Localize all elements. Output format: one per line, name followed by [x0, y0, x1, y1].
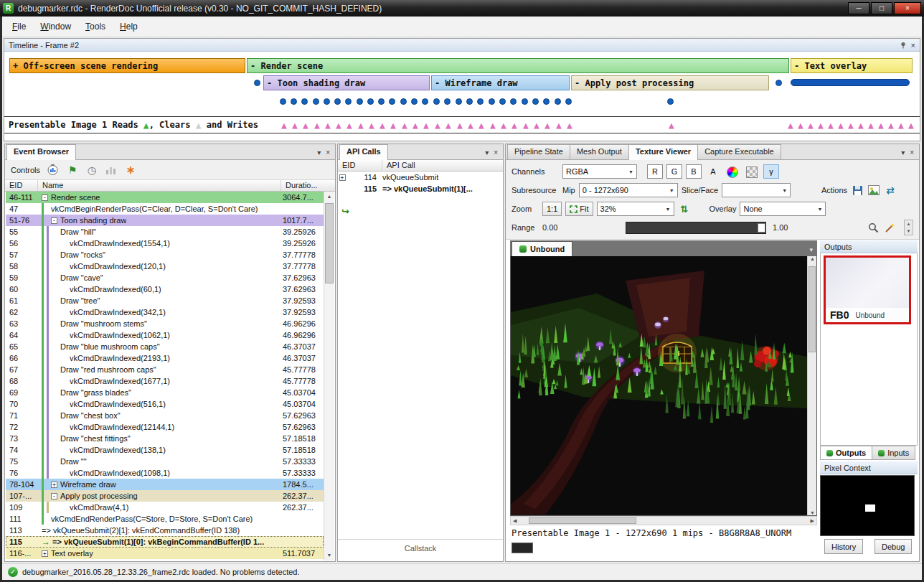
draw-dot[interactable] [411, 98, 418, 105]
texture-image[interactable] [511, 256, 807, 515]
event-row[interactable]: 67Draw "red mushroom caps"45.77778 [6, 364, 324, 375]
draw-dot[interactable] [543, 98, 550, 105]
event-row[interactable]: 58vkCmdDrawIndexed(120,1)37.77778 [6, 261, 324, 272]
timeline-bar[interactable]: - Apply post processing [571, 75, 769, 90]
scroll-down-icon[interactable]: ▼ [324, 550, 334, 560]
texture-image-viewport[interactable]: ▲ ▼ [510, 256, 817, 516]
range-slider-handle[interactable] [758, 223, 765, 233]
flip-y-icon[interactable]: ⇅ [678, 202, 691, 215]
scroll-left-icon[interactable]: ◀ [511, 518, 519, 524]
draw-dot[interactable] [433, 98, 440, 105]
history-button[interactable]: History [824, 539, 863, 554]
event-row[interactable]: 63Draw "mushroom stems"46.96296 [6, 318, 324, 329]
texture-vertical-scrollbar[interactable]: ▲ ▼ [807, 256, 816, 515]
timeline-close-icon[interactable]: × [911, 41, 915, 50]
tab-capture-executable[interactable]: Capture Executable [697, 144, 781, 159]
draw-dot[interactable] [555, 98, 561, 105]
debug-button[interactable]: Debug [874, 539, 912, 554]
draw-dot[interactable] [477, 98, 484, 105]
event-row[interactable]: 62vkCmdDrawIndexed(342,1)37.92593 [6, 306, 324, 318]
channels-select[interactable]: RGBA▼ [562, 164, 637, 179]
event-row[interactable]: 71Draw "chest box"57.62963 [6, 410, 324, 421]
expand-icon[interactable]: + [51, 482, 57, 488]
draw-dot[interactable] [422, 98, 428, 105]
draw-dot[interactable] [532, 98, 539, 105]
event-row[interactable]: 59Draw "cave"37.62963 [6, 272, 324, 283]
draw-dot[interactable] [357, 98, 363, 105]
timeline-bar[interactable]: - Render scene [247, 58, 789, 73]
timeline-body[interactable]: + Off-screen scene rendering- Render sce… [4, 52, 920, 141]
chevron-down-icon[interactable]: ▾ [485, 149, 489, 156]
spinner-down-icon[interactable]: ▼ [905, 227, 913, 235]
event-row[interactable]: 109vkCmdDraw(4,1)262.37... [6, 502, 324, 513]
event-browser-scrollbar[interactable]: ▲ ▼ [324, 192, 334, 560]
event-row[interactable]: 47vkCmdBeginRenderPass(C=Clear, D=Clear,… [6, 203, 324, 215]
zoom-range-icon[interactable] [867, 221, 880, 234]
chevron-down-icon[interactable]: ▾ [809, 246, 817, 256]
event-row[interactable]: 57Draw "rocks"37.77778 [6, 249, 324, 261]
zoom-1to1-button[interactable]: 1:1 [542, 202, 562, 216]
draw-dot[interactable] [400, 98, 407, 105]
draw-dot[interactable] [776, 80, 782, 86]
draw-dot[interactable] [291, 98, 297, 105]
chevron-down-icon[interactable]: ▾ [901, 149, 905, 156]
draw-dot[interactable] [466, 98, 473, 105]
scroll-right-icon[interactable]: ▶ [808, 518, 816, 524]
goto-resource-icon[interactable]: ⇄ [884, 184, 897, 197]
event-row[interactable]: 75Draw ""57.33333 [6, 456, 324, 467]
event-row[interactable]: 111vkCmdEndRenderPass(C=Store, D=Store, … [6, 513, 324, 525]
collapse-icon[interactable]: - [51, 217, 57, 224]
menu-item-window[interactable]: Window [33, 19, 78, 34]
maximize-button[interactable]: □ [871, 2, 892, 14]
event-row[interactable]: 107-...-Apply post processing262.37... [6, 490, 324, 502]
close-button[interactable]: × [894, 2, 921, 14]
event-row[interactable]: 65Draw "blue mushroom caps"46.37037 [6, 341, 324, 352]
draw-dot[interactable] [489, 98, 495, 105]
chevron-down-icon[interactable]: ▾ [317, 149, 321, 156]
close-icon[interactable]: × [494, 149, 498, 156]
draw-dot[interactable] [254, 80, 260, 86]
close-icon[interactable]: × [910, 149, 914, 156]
event-row[interactable]: 70vkCmdDrawIndexed(516,1)45.03704 [6, 398, 324, 410]
draw-dot[interactable] [667, 98, 674, 105]
range-slider[interactable] [626, 222, 766, 234]
event-row[interactable]: 51-76-Toon shading draw1017.7... [6, 215, 324, 226]
tab-inputs[interactable]: Inputs [872, 446, 915, 460]
overlay-select[interactable]: None▼ [740, 202, 826, 216]
draw-dot[interactable] [334, 98, 341, 105]
draw-dot[interactable] [313, 98, 319, 105]
draw-dot[interactable] [499, 98, 506, 105]
event-row[interactable]: 66vkCmdDrawIndexed(2193,1)46.37037 [6, 352, 324, 364]
range-spinner[interactable]: ▲ ▼ [904, 220, 913, 235]
zoom-level-combo[interactable]: 32%▼ [597, 202, 674, 216]
clock-icon[interactable]: ◷ [85, 164, 98, 177]
time-durations-icon[interactable] [47, 164, 60, 177]
api-call-row[interactable]: +114vkQueueSubmit [338, 172, 503, 183]
event-row[interactable]: 116-...+Text overlay511.7037 [6, 548, 324, 559]
timeline-bar[interactable]: + Off-screen scene rendering [9, 58, 245, 73]
close-icon[interactable]: × [326, 149, 330, 156]
scrollbar-thumb[interactable] [808, 266, 816, 352]
slice-face-select[interactable]: ▼ [722, 183, 791, 197]
event-row[interactable]: 76vkCmdDrawIndexed(1098,1)57.33333 [6, 467, 324, 479]
event-row[interactable]: 115→=> vkQueueSubmit(1)[0]: vkBeginComma… [6, 536, 324, 548]
event-row[interactable]: 55Draw "hill"39.25926 [6, 226, 324, 238]
minimize-button[interactable]: ─ [848, 2, 869, 14]
event-row[interactable]: 72vkCmdDrawIndexed(12144,1)57.62963 [6, 421, 324, 433]
draw-dot[interactable] [301, 98, 308, 105]
event-row[interactable]: 46-111-Render scene3064.7... [6, 192, 324, 203]
channel-r-button[interactable]: R [647, 164, 663, 179]
texture-horizontal-scrollbar[interactable]: ◀ ▶ [510, 516, 817, 525]
timeline-bar[interactable]: - Toon shading draw [263, 75, 430, 90]
tab-mesh-output[interactable]: Mesh Output [570, 144, 629, 159]
colorwheel-button[interactable] [725, 164, 740, 179]
collapse-icon[interactable]: - [42, 194, 48, 201]
export-image-icon[interactable] [867, 184, 880, 197]
api-call-row[interactable]: 115=> vkQueueSubmit(1)[... [338, 183, 503, 194]
draw-dot[interactable] [510, 98, 517, 105]
event-row[interactable]: 78-104+Wireframe draw1784.5... [6, 479, 324, 490]
checkerboard-button[interactable] [744, 164, 760, 179]
stats-icon[interactable] [105, 164, 118, 177]
scroll-up-icon[interactable]: ▲ [324, 192, 334, 202]
expand-icon[interactable]: + [42, 550, 48, 557]
